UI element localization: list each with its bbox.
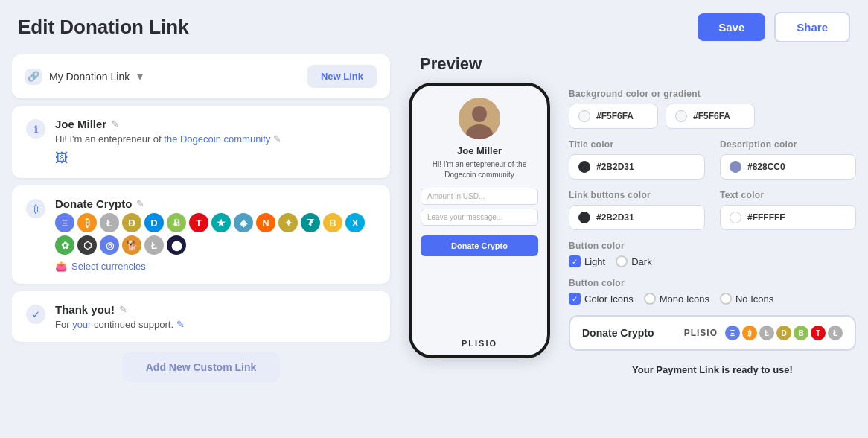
- page: Edit Donation Link Save Share 🔗 My Donat…: [0, 0, 868, 438]
- donate-card: ₿ Donate Crypto ✎ Ξ ₿ Ł Ð D Ƀ T: [12, 185, 390, 284]
- link-btn-color-item[interactable]: #2B2D31: [569, 205, 705, 230]
- color-icons-option[interactable]: Color Icons: [569, 293, 634, 305]
- header-actions: Save Share: [698, 12, 850, 42]
- dark-option[interactable]: Dark: [616, 256, 651, 267]
- thankyou-card-body: Thank you! ✎ For your continued support.…: [55, 303, 377, 330]
- bg-color-2[interactable]: #F5F6FA: [666, 104, 755, 129]
- light-option[interactable]: Light: [569, 256, 605, 267]
- preview-label: Preview: [420, 54, 482, 74]
- chevron-down-icon: ▾: [137, 69, 143, 83]
- bnb-icon: B: [323, 213, 342, 232]
- preview-eth-icon: Ξ: [725, 326, 740, 340]
- usdt-icon: ₮: [301, 213, 320, 232]
- preview-ltc2-icon: Ł: [828, 326, 843, 340]
- bg-color-group: Background color or gradient #F5F6FA #F5…: [569, 89, 856, 129]
- crypto-icons-list: Ξ ₿ Ł Ð D Ƀ T ★ ◈ N ✦ ₮ B X ✿: [55, 213, 377, 255]
- main-content: 🔗 My Donation Link ▾ New Link ℹ Joe Mill…: [0, 54, 868, 438]
- ltc-icon: Ł: [100, 213, 119, 232]
- avatar: [459, 98, 500, 139]
- shib-icon: 🐕: [122, 235, 141, 255]
- wallet-icon: 👛: [55, 261, 67, 272]
- preview-bch-icon: B: [794, 326, 808, 340]
- ada-icon: ✿: [55, 235, 74, 255]
- settings-panel: Background color or gradient #F5F6FA #F5…: [569, 54, 856, 426]
- donate-preview-text: Donate Crypto: [582, 327, 654, 339]
- donate-title: Donate Crypto: [55, 197, 132, 210]
- link-selector-left: 🔗 My Donation Link ▾: [25, 69, 143, 85]
- title-color-item[interactable]: #2B2D31: [569, 154, 705, 180]
- bg-color-value-2: #F5F6FA: [693, 111, 730, 121]
- bg-swatch-2: [675, 110, 687, 122]
- color-icons-label: Color Icons: [584, 293, 634, 305]
- dark-label: Dark: [631, 256, 651, 267]
- mono-icons-radio[interactable]: [644, 293, 656, 305]
- ltc2-icon: Ł: [144, 235, 164, 255]
- phone-user-name: Joe Miller: [457, 145, 502, 156]
- link-name: My Donation Link: [49, 71, 130, 83]
- link-btn-color-value: #2B2D31: [596, 212, 634, 223]
- bg-color-value-1: #F5F6FA: [596, 111, 634, 121]
- light-checkbox[interactable]: [569, 256, 581, 267]
- sol-icon: ◎: [100, 235, 119, 255]
- desc-color-value: #828CC0: [747, 162, 785, 172]
- mono-icons-option[interactable]: Mono Icons: [644, 293, 709, 305]
- info-card: ℹ Joe Miller ✎ Hi! I'm an entepreneur of…: [12, 106, 390, 178]
- thankyou-card: ✓ Thank you! ✎ For your continued suppor…: [12, 291, 390, 342]
- preview-section: Preview Joe Miller Hi! I'm an entepreneu…: [405, 54, 554, 426]
- title-desc-color-row: Title color #2B2D31 Description color #8…: [569, 139, 856, 180]
- donate-preview-card: Donate Crypto PLISIO Ξ ₿ Ł D B T Ł: [569, 315, 856, 351]
- donate-card-body: Donate Crypto ✎ Ξ ₿ Ł Ð D Ƀ T ★ ◈ N: [55, 197, 377, 272]
- preview-trx-icon: T: [811, 326, 826, 340]
- bch-icon: Ƀ: [167, 213, 186, 232]
- thankyou-desc-edit-icon[interactable]: ✎: [176, 319, 185, 330]
- eth-icon: Ξ: [55, 213, 74, 232]
- eth2-icon: ⬡: [77, 235, 97, 255]
- phone-amount-input[interactable]: Amount in USD...: [421, 188, 538, 205]
- phone-message-input[interactable]: Leave your message...: [421, 209, 538, 226]
- save-button[interactable]: Save: [698, 13, 765, 41]
- phone-donate-button[interactable]: Donate Crypto: [421, 235, 538, 256]
- dark-radio[interactable]: [616, 256, 628, 267]
- title-swatch: [578, 161, 590, 173]
- thankyou-edit-icon[interactable]: ✎: [119, 304, 127, 315]
- link-selector[interactable]: 🔗 My Donation Link ▾ New Link: [12, 54, 390, 98]
- info-title: Joe Miller: [55, 118, 106, 130]
- header: Edit Donation Link Save Share: [0, 0, 868, 54]
- donate-edit-icon[interactable]: ✎: [136, 198, 144, 209]
- button-color-radio-row: Light Dark: [569, 256, 856, 267]
- bg-color-1[interactable]: #F5F6FA: [569, 104, 658, 129]
- text-color-group: Text color #FFFFFF: [720, 190, 856, 230]
- light-label: Light: [584, 256, 605, 267]
- doge-icon: Ð: [122, 213, 141, 232]
- add-custom-button[interactable]: Add New Custom Link: [122, 352, 281, 382]
- select-currencies-button[interactable]: 👛 Select currencies: [55, 261, 377, 272]
- share-button[interactable]: Share: [774, 12, 850, 42]
- desc-edit-icon[interactable]: ✎: [273, 133, 281, 145]
- text-color-item[interactable]: #FFFFFF: [720, 205, 856, 230]
- color-icons-checkbox[interactable]: [569, 293, 581, 305]
- donate-title-row: Donate Crypto ✎: [55, 197, 377, 210]
- dash-icon: D: [144, 213, 164, 232]
- donate-preview-icons: Ξ ₿ Ł D B T Ł: [725, 326, 843, 340]
- no-icons-option[interactable]: No Icons: [720, 293, 773, 305]
- donate-icon-col: ₿: [25, 197, 46, 218]
- desc-color-label: Description color: [720, 139, 856, 150]
- xmr-icon: ◈: [234, 213, 253, 232]
- thankyou-description: For your continued support. ✎: [55, 319, 377, 330]
- image-icon[interactable]: 🖼: [55, 150, 377, 166]
- title-color-label: Title color: [569, 139, 705, 150]
- info-card-body: Joe Miller ✎ Hi! I'm an entepreneur of t…: [55, 118, 377, 166]
- text-swatch: [730, 212, 741, 223]
- desc-color-item[interactable]: #828CC0: [720, 154, 856, 180]
- no-icons-radio[interactable]: [720, 293, 732, 305]
- edit-pencil-icon[interactable]: ✎: [111, 118, 119, 130]
- thankyou-title-row: Thank you! ✎: [55, 303, 377, 316]
- icon-style-group: Button color Color Icons Mono Icons N: [569, 278, 856, 305]
- new-link-button[interactable]: New Link: [307, 65, 377, 88]
- description-link[interactable]: the Dogecoin community: [164, 133, 270, 145]
- title-color-value: #2B2D31: [596, 162, 634, 172]
- link-btn-color-label: Link buttons color: [569, 190, 705, 200]
- thankyou-icon-col: ✓: [25, 303, 46, 324]
- thankyou-title: Thank you!: [55, 303, 115, 316]
- button-color-group: Button color Light Dark: [569, 241, 856, 267]
